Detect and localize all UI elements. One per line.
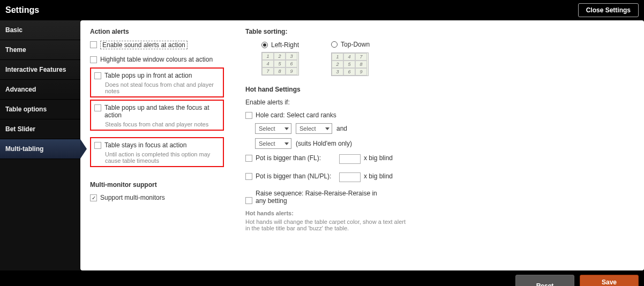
and-label: and xyxy=(336,125,347,132)
pot-fl-input[interactable] xyxy=(339,154,361,164)
hot-hands-alerts-text: Hot hands will change the table carpet c… xyxy=(245,219,406,231)
sort-top-down-grid: 147258369 xyxy=(331,52,369,76)
suit-select[interactable]: Select xyxy=(255,138,291,149)
pot-fl-checkbox[interactable] xyxy=(245,155,252,162)
pot-fl-label: Pot is bigger than (FL): xyxy=(256,154,336,162)
pot-nl-unit: x big blind xyxy=(364,172,393,180)
close-settings-button[interactable]: Close Settings xyxy=(578,3,639,17)
reset-button[interactable]: Reset xyxy=(515,275,574,286)
sidebar: Basic Theme Interactive Features Advance… xyxy=(0,20,80,270)
pot-fl-unit: x big blind xyxy=(364,154,393,162)
pot-nl-checkbox[interactable] xyxy=(245,173,252,180)
pop-focus-checkbox[interactable] xyxy=(94,104,101,111)
sort-left-right-option[interactable]: Left-Right xyxy=(261,41,299,49)
rank-select-1[interactable]: Select xyxy=(255,123,291,134)
sort-left-right-radio[interactable] xyxy=(261,42,268,48)
hole-card-label: Hole card: Select card ranks xyxy=(256,111,336,119)
raise-sequence-checkbox[interactable] xyxy=(245,197,252,204)
action-alerts-title: Action alerts xyxy=(90,28,224,35)
sort-left-right-grid: 123456789 xyxy=(261,52,299,76)
stay-focus-checkbox[interactable] xyxy=(94,142,101,149)
pop-front-checkbox[interactable] xyxy=(94,72,101,79)
stay-focus-hint: Until action is completed this option ma… xyxy=(105,151,219,164)
stay-focus-label: Table stays in focus at action xyxy=(104,141,186,149)
pot-nl-input[interactable] xyxy=(339,172,361,182)
chevron-down-icon xyxy=(284,142,289,145)
suits-note: (suits Hold'em only) xyxy=(296,140,352,147)
pop-front-hint: Does not steal focus from chat and playe… xyxy=(105,81,219,94)
sort-top-down-option[interactable]: Top-Down xyxy=(331,41,370,48)
pot-nl-label: Pot is bigger than (NL/PL): xyxy=(256,172,336,180)
sidebar-item-theme[interactable]: Theme xyxy=(0,40,80,60)
support-multi-monitors-label: Support multi-monitors xyxy=(100,194,165,201)
hot-hands-alerts-title: Hot hands alerts: xyxy=(245,210,634,216)
chevron-down-icon xyxy=(325,127,330,130)
highlight-label: Highlight table window colours at action xyxy=(100,56,213,63)
support-multi-monitors-checkbox[interactable] xyxy=(90,194,97,201)
sort-left-right-label: Left-Right xyxy=(271,41,299,49)
highlight-checkbox[interactable] xyxy=(90,56,97,63)
sidebar-item-table-options[interactable]: Table options xyxy=(0,100,80,119)
sort-top-down-label: Top-Down xyxy=(341,41,370,48)
sidebar-item-advanced[interactable]: Advanced xyxy=(0,80,80,100)
sidebar-item-bet-slider[interactable]: Bet Slider xyxy=(0,119,80,139)
chevron-down-icon xyxy=(284,127,289,130)
enable-sound-label: Enable sound alerts at action xyxy=(100,41,188,49)
pop-focus-hint: Steals focus from chat and player notes xyxy=(105,121,219,127)
page-title: Settings xyxy=(5,5,39,15)
save-changes-button[interactable]: Save Changes xyxy=(580,275,639,286)
table-sorting-title: Table sorting: xyxy=(245,28,634,35)
sidebar-item-interactive-features[interactable]: Interactive Features xyxy=(0,60,80,80)
enable-sound-checkbox[interactable] xyxy=(90,41,97,48)
multi-monitor-title: Multi-monitor support xyxy=(90,181,224,189)
pop-front-label: Table pops up in front at action xyxy=(104,72,192,79)
hole-card-checkbox[interactable] xyxy=(245,112,252,119)
sidebar-item-basic[interactable]: Basic xyxy=(0,20,80,40)
enable-alerts-label: Enable alerts if: xyxy=(245,99,634,106)
pop-focus-label: Table pops up and takes the focus at act… xyxy=(104,104,219,119)
raise-sequence-label: Raise sequence: Raise-Reraise-Reraise in… xyxy=(256,190,379,205)
sort-top-down-radio[interactable] xyxy=(331,41,338,48)
sidebar-item-multi-tabling[interactable]: Multi-tabling xyxy=(0,139,80,159)
hot-hand-title: Hot hand Settings xyxy=(245,86,634,93)
rank-select-2[interactable]: Select xyxy=(296,123,332,134)
settings-panel: Action alerts Enable sound alerts at act… xyxy=(80,20,644,270)
